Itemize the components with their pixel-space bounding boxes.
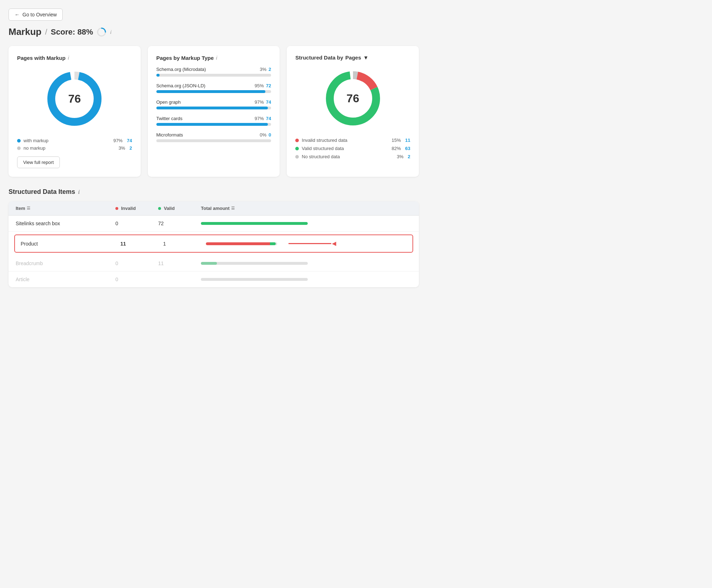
section-info-icon[interactable]: 𝑖 <box>78 189 79 195</box>
row-bar-breadcrumb <box>201 262 412 265</box>
structured-data-by-pages-card: Structured Data by Pages ▼ 76 Invalid st… <box>287 46 419 177</box>
bar-track-sitelinks <box>201 222 308 225</box>
card2-info-icon[interactable]: 𝑖 <box>216 55 217 61</box>
bar-row-json-ld: Schema.org (JSON-LD) 95% 72 <box>156 83 271 93</box>
bar-chart: Schema.org (Microdata) 3% 2 Schema.org (… <box>156 67 271 142</box>
bar-track-twitter <box>156 123 271 126</box>
arrow-indicator: ◄ <box>289 239 338 248</box>
legend-item-with-markup: with markup 97% 74 <box>17 138 132 143</box>
bar-track-json-ld <box>156 90 271 93</box>
donut3-value: 76 <box>347 92 359 105</box>
card3-title: Structured Data by Pages ▼ <box>295 55 410 61</box>
bar-fill-sitelinks <box>201 222 308 225</box>
legend-count-no-markup: 2 <box>129 145 132 151</box>
table-row: Sitelinks search box 0 72 <box>9 216 419 232</box>
legend-no-structured: No structured data 3% 2 <box>295 154 410 159</box>
table-row-article: Article 0 <box>9 272 419 287</box>
legend-pct-no-markup: 3% <box>119 145 125 151</box>
row-name-article: Article <box>16 277 115 282</box>
bar-fill-json-ld <box>156 90 266 93</box>
arrow-left-icon: ← <box>15 12 20 17</box>
legend-dot-gray <box>17 146 21 150</box>
structured-data-items-table: Item ☰ Invalid Valid Total amount ☰ Site… <box>9 201 419 287</box>
bar-fill-twitter <box>156 123 268 126</box>
sort-icon-item[interactable]: ☰ <box>27 206 30 211</box>
card1-info-icon[interactable]: 𝑖 <box>68 55 69 61</box>
legend-dot-green <box>295 147 299 150</box>
bar-track-open-graph <box>156 107 271 109</box>
back-button-label: Go to Overview <box>22 12 57 17</box>
bar-fill-microdata <box>156 74 160 77</box>
back-button[interactable]: ← Go to Overview <box>9 9 63 21</box>
valid-dot-header <box>158 207 161 210</box>
row-bar-sitelinks <box>201 222 412 225</box>
row-invalid-sitelinks: 0 <box>115 221 158 226</box>
bar-row-open-graph: Open graph 97% 74 <box>156 99 271 109</box>
view-full-report-button[interactable]: View full report <box>17 156 60 168</box>
donut-chart-1: 76 <box>17 67 132 131</box>
bar-track-microformats <box>156 139 271 142</box>
legend-dot-red <box>295 139 299 142</box>
col-header-total: Total amount ☰ <box>201 206 412 211</box>
row-valid-breadcrumb: 11 <box>158 261 201 266</box>
col-header-valid: Valid <box>158 206 201 211</box>
table-row-product-highlighted: Product 11 1 ◄ <box>14 234 413 253</box>
pages-with-markup-card: Pages with Markup 𝑖 76 with markup 97% 7… <box>9 46 141 177</box>
card1-legend: with markup 97% 74 no markup 3% 2 <box>17 138 132 151</box>
bar-row-microdata: Schema.org (Microdata) 3% 2 <box>156 67 271 77</box>
row-invalid-product: 11 <box>120 241 163 247</box>
legend-item-no-markup: no markup 3% 2 <box>17 145 132 151</box>
loading-icon <box>97 27 106 37</box>
bar-track-microdata <box>156 74 271 77</box>
invalid-dot-header <box>115 207 118 210</box>
bar-row-microformats: Microformats 0% 0 <box>156 132 271 142</box>
row-name-breadcrumb: Breadcrumb <box>16 261 115 266</box>
bar-row-twitter: Twitter cards 97% 74 <box>156 116 271 126</box>
bar-fill-product-green <box>270 242 276 245</box>
info-icon[interactable]: 𝑖 <box>110 29 111 35</box>
legend-invalid-structured: Invalid structured data 15% 11 <box>295 138 410 143</box>
card1-title: Pages with Markup 𝑖 <box>17 55 132 61</box>
bar-fill-breadcrumb <box>201 262 217 265</box>
bar-fill-product-red <box>206 242 270 245</box>
score-text: Score: 88% <box>51 27 93 37</box>
row-valid-sitelinks: 72 <box>158 221 201 226</box>
legend-label-with-markup: with markup <box>24 138 110 143</box>
page-header: Markup / Score: 88% 𝑖 <box>9 26 419 37</box>
bar-fill-open-graph <box>156 107 268 109</box>
row-valid-product: 1 <box>163 241 206 247</box>
legend-dot-blue <box>17 139 21 143</box>
pages-by-markup-type-card: Pages by Markup Type 𝑖 Schema.org (Micro… <box>148 46 280 177</box>
legend-pct-with-markup: 97% <box>113 138 123 143</box>
donut1-value: 76 <box>68 92 81 105</box>
legend-dot-gray-3 <box>295 155 299 159</box>
row-bar-article <box>201 278 412 281</box>
section-title: Structured Data Items 𝑖 <box>9 188 419 196</box>
cards-row: Pages with Markup 𝑖 76 with markup 97% 7… <box>9 46 419 177</box>
card3-legend: Invalid structured data 15% 11 Valid str… <box>295 138 410 159</box>
sort-icon-total[interactable]: ☰ <box>231 206 235 211</box>
card2-title: Pages by Markup Type 𝑖 <box>156 55 271 61</box>
row-name-product: Product <box>21 241 120 247</box>
bar-track-breadcrumb <box>201 262 308 265</box>
row-invalid-breadcrumb: 0 <box>115 261 158 266</box>
page-title: Markup <box>9 26 41 37</box>
bar-track-article <box>201 278 308 281</box>
table-header: Item ☰ Invalid Valid Total amount ☰ <box>9 201 419 216</box>
chevron-down-icon: ▼ <box>363 55 369 61</box>
row-name-sitelinks: Sitelinks search box <box>16 221 115 226</box>
col-header-invalid: Invalid <box>115 206 158 211</box>
bar-track-product <box>206 242 277 245</box>
legend-label-no-markup: no markup <box>24 145 116 151</box>
col-header-item: Item ☰ <box>16 206 115 211</box>
title-divider: / <box>45 27 47 37</box>
pages-dropdown-link[interactable]: Pages <box>345 55 361 61</box>
row-invalid-article: 0 <box>115 277 158 282</box>
legend-count-with-markup: 74 <box>127 138 132 143</box>
legend-valid-structured: Valid structured data 82% 63 <box>295 146 410 151</box>
row-bar-product: ◄ <box>206 239 407 248</box>
table-row-breadcrumb: Breadcrumb 0 11 <box>9 256 419 272</box>
donut-chart-3: 76 <box>295 66 410 130</box>
